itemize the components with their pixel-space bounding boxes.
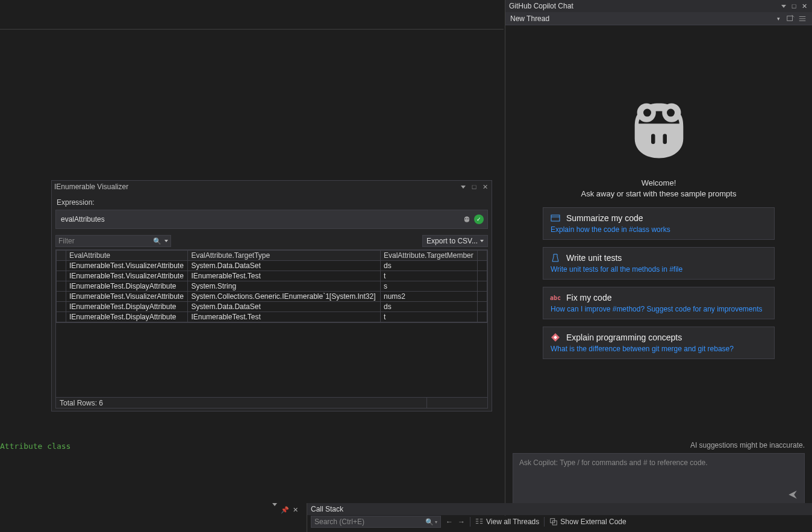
svg-rect-0: [787, 16, 793, 20]
nav-back-icon[interactable]: ←: [446, 518, 453, 526]
expression-label: Expression:: [57, 198, 487, 207]
external-code-icon: [549, 518, 558, 526]
show-external-code-button[interactable]: Show External Code: [549, 518, 626, 526]
card-icon: [551, 333, 560, 342]
copilot-title: GitHub Copilot Chat: [509, 2, 573, 10]
check-icon: ✓: [474, 214, 484, 224]
threads-icon: [475, 518, 484, 526]
svg-point-4: [667, 109, 675, 117]
pin-icon[interactable]: 📌: [281, 506, 289, 514]
close-icon[interactable]: ✕: [800, 2, 808, 10]
disclaimer-text: AI suggestions might be inaccurate.: [513, 441, 805, 449]
col-header-0[interactable]: EvalAttribute: [66, 251, 188, 261]
ienumerable-visualizer-window: IEnumerable Visualizer □ ✕ Expression: e…: [51, 180, 492, 412]
dropdown-icon[interactable]: [779, 5, 788, 8]
card-description: Write unit tests for all the methods in …: [551, 265, 767, 274]
dropdown-icon[interactable]: [272, 506, 277, 513]
card-description: What is the difference between git merge…: [551, 345, 767, 353]
card-icon: [551, 213, 560, 223]
welcome-title: Welcome!: [642, 178, 676, 187]
thread-dropdown-icon[interactable]: ▾: [773, 16, 783, 22]
table-row[interactable]: IEnumerableTest.DisplayAttributeSystem.S…: [57, 281, 487, 292]
search-icon[interactable]: 🔍: [425, 518, 434, 526]
visualizer-title: IEnumerable Visualizer: [54, 183, 128, 191]
call-stack-titlebar[interactable]: Call Stack: [307, 503, 812, 515]
table-row[interactable]: IEnumerableTest.VisualizerAttributeSyste…: [57, 292, 487, 302]
show-external-label: Show External Code: [560, 518, 626, 526]
copilot-panel: GitHub Copilot Chat □ ✕ New Thread ▾ Wel…: [505, 0, 812, 516]
svg-rect-6: [663, 134, 667, 144]
nav-forward-icon[interactable]: →: [458, 518, 465, 526]
call-stack-title: Call Stack: [311, 505, 343, 513]
filter-input[interactable]: Filter 🔍: [55, 235, 171, 247]
card-title: Summarize my code: [566, 213, 643, 223]
fix-code-card[interactable]: abcFix my codeHow can I improve #method?…: [543, 287, 775, 319]
copilot-logo-icon: [620, 92, 698, 170]
search-dropdown-icon[interactable]: ▾: [435, 519, 437, 525]
card-title: Fix my code: [566, 293, 611, 302]
maximize-icon[interactable]: □: [470, 183, 478, 191]
thread-name: New Thread: [510, 14, 549, 23]
code-comment-block: Attribute class al] The originating asse…: [0, 421, 504, 502]
write-tests-card[interactable]: Write unit testsWrite unit tests for all…: [543, 247, 775, 280]
copilot-input-placeholder: Ask Copilot: Type / for commands and # t…: [519, 458, 708, 467]
maximize-icon[interactable]: □: [790, 2, 798, 10]
export-csv-button[interactable]: Export to CSV...: [422, 235, 488, 247]
search-icon[interactable]: 🔍: [153, 237, 161, 245]
copilot-icon[interactable]: [462, 214, 472, 224]
col-spacer: [478, 251, 487, 261]
send-icon[interactable]: [787, 489, 798, 502]
editor-area: Attribute class al] The originating asse…: [0, 30, 504, 502]
explain-concepts-card[interactable]: Explain programming conceptsWhat is the …: [543, 327, 775, 359]
svg-point-3: [643, 109, 651, 117]
row-handle-header: [57, 251, 66, 261]
callstack-search-input[interactable]: Search (Ctrl+E) 🔍 ▾: [311, 516, 441, 528]
bottom-left-tool-window-controls: 📌 ✕: [0, 503, 303, 516]
close-icon[interactable]: ✕: [481, 183, 489, 191]
expression-input[interactable]: evalAttributes ✓: [55, 210, 488, 229]
svg-rect-7: [551, 215, 560, 221]
grid-footer: Total Rows: 6: [55, 398, 488, 408]
table-row[interactable]: IEnumerableTest.VisualizerAttributeSyste…: [57, 261, 487, 271]
table-row[interactable]: IEnumerableTest.DisplayAttributeSystem.D…: [57, 302, 487, 312]
copilot-titlebar[interactable]: GitHub Copilot Chat □ ✕: [505, 0, 812, 12]
total-rows: Total Rows: 6: [60, 399, 103, 407]
export-label: Export to CSV...: [426, 237, 478, 245]
thread-bar[interactable]: New Thread ▾: [505, 12, 812, 25]
filter-placeholder: Filter: [58, 237, 75, 245]
card-description: How can I improve #method? Suggest code …: [551, 305, 767, 313]
data-grid[interactable]: EvalAttribute EvalAttribute.TargetType E…: [55, 249, 488, 398]
settings-icon[interactable]: [798, 14, 807, 23]
export-dropdown-icon: [480, 240, 484, 242]
table-row[interactable]: IEnumerableTest.DisplayAttributeIEnumera…: [57, 312, 487, 322]
card-title: Write unit tests: [566, 253, 622, 263]
card-icon: abc: [551, 293, 560, 302]
card-icon: [551, 253, 560, 263]
view-all-threads-button[interactable]: View all Threads: [475, 518, 539, 526]
view-threads-label: View all Threads: [486, 518, 539, 526]
summarize-code-card[interactable]: Summarize my codeExplain how the code in…: [543, 207, 775, 240]
col-header-2[interactable]: EvalAttribute.TargetMember: [381, 251, 478, 261]
filter-dropdown-icon[interactable]: [164, 240, 168, 242]
new-thread-icon[interactable]: [785, 14, 795, 23]
dropdown-icon[interactable]: [459, 183, 467, 191]
welcome-subtitle: Ask away or start with these sample prom…: [581, 189, 737, 198]
expression-value: evalAttributes: [61, 215, 105, 224]
card-title: Explain programming concepts: [566, 333, 682, 342]
col-header-1[interactable]: EvalAttribute.TargetType: [188, 251, 381, 261]
card-description: Explain how the code in #class works: [551, 225, 767, 234]
close-icon[interactable]: ✕: [293, 506, 298, 514]
visualizer-titlebar[interactable]: IEnumerable Visualizer □ ✕: [52, 181, 492, 193]
svg-rect-5: [651, 134, 655, 144]
call-stack-panel: Call Stack Search (Ctrl+E) 🔍 ▾ ← → View …: [307, 503, 812, 532]
callstack-search-placeholder: Search (Ctrl+E): [314, 518, 364, 526]
table-row[interactable]: IEnumerableTest.VisualizerAttributeIEnum…: [57, 271, 487, 281]
copilot-chat-input[interactable]: Ask Copilot: Type / for commands and # t…: [513, 453, 805, 507]
